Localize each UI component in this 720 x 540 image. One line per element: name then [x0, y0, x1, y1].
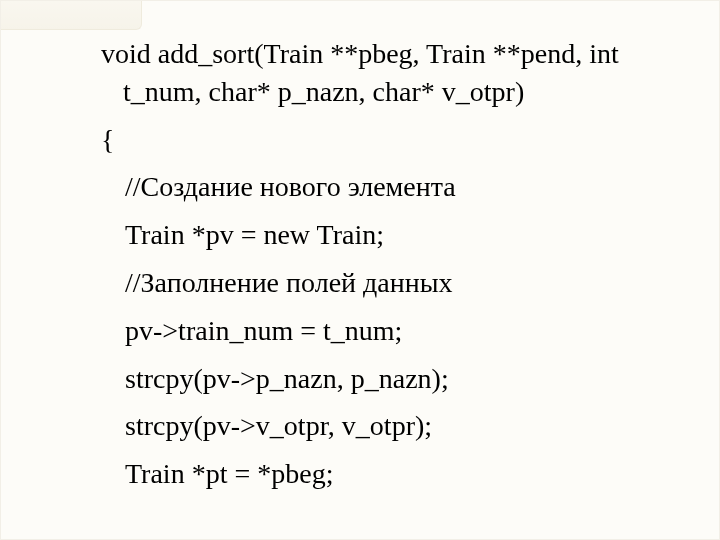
slide: void add_sort(Train **pbeg, Train **pend…: [0, 0, 720, 540]
code-line: Train *pt = *pbeg;: [101, 455, 659, 493]
code-line: strcpy(pv->v_otpr, v_otpr);: [101, 407, 659, 445]
code-block: void add_sort(Train **pbeg, Train **pend…: [101, 35, 659, 503]
code-line: strcpy(pv->p_nazn, p_nazn);: [101, 360, 659, 398]
corner-decoration: [1, 1, 142, 30]
code-line: {: [101, 121, 659, 159]
code-line: Train *pv = new Train;: [101, 216, 659, 254]
code-line: void add_sort(Train **pbeg, Train **pend…: [101, 35, 659, 111]
code-line: pv->train_num = t_num;: [101, 312, 659, 350]
code-line: //Создание нового элемента: [101, 168, 659, 206]
code-line: //Заполнение полей данных: [101, 264, 659, 302]
